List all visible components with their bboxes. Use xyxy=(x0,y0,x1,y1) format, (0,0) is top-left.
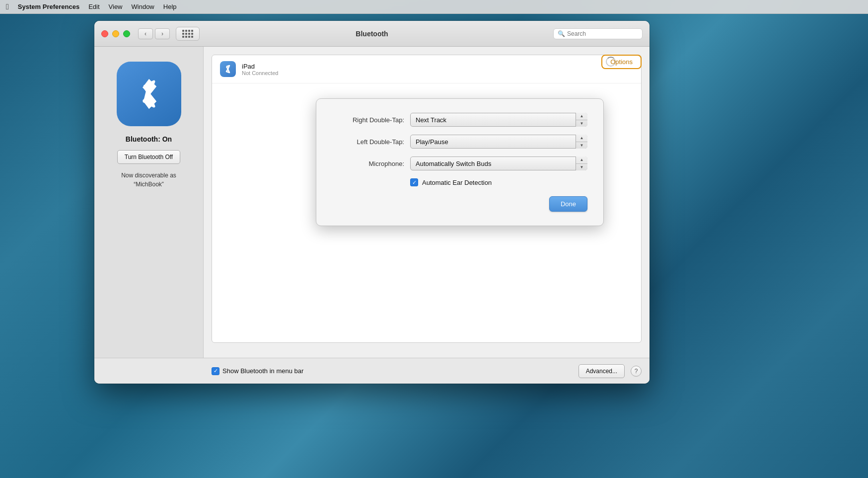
bottom-bar: ✓ Show Bluetooth in menu bar Advanced...… xyxy=(94,358,650,384)
arrow-up-icon[interactable]: ▲ xyxy=(576,113,587,120)
help-button[interactable]: ? xyxy=(631,366,642,377)
device-name: iPad xyxy=(242,63,278,70)
right-double-tap-select-wrapper: Next Track ▲ ▼ xyxy=(410,113,587,127)
grid-icon xyxy=(182,30,193,38)
forward-button[interactable]: › xyxy=(155,28,170,39)
microphone-select-wrapper: Automatically Switch Buds ▲ ▼ xyxy=(410,157,587,170)
device-connection-status: Not Connected xyxy=(242,70,278,76)
show-menubar-label: Show Bluetooth in menu bar xyxy=(222,367,303,375)
microphone-row: Microphone: Automatically Switch Buds ▲ … xyxy=(332,157,587,170)
bluetooth-device-icon xyxy=(223,65,232,74)
right-panel: Options iPad Not Connected xyxy=(204,47,650,358)
microphone-select[interactable]: Automatically Switch Buds xyxy=(410,157,587,170)
right-double-tap-label: Right Double-Tap: xyxy=(332,116,404,124)
menubar-window[interactable]: Window xyxy=(132,3,154,10)
arrow-down-icon[interactable]: ▼ xyxy=(576,164,587,171)
options-button[interactable]: Options xyxy=(601,55,642,69)
window-title: Bluetooth xyxy=(356,30,388,38)
left-panel: Bluetooth: On Turn Bluetooth Off Now dis… xyxy=(94,47,204,358)
device-bluetooth-icon xyxy=(220,61,236,77)
back-button[interactable]: ‹ xyxy=(138,28,153,39)
bluetooth-icon-circle xyxy=(117,62,181,126)
ear-detection-label: Automatic Ear Detection xyxy=(422,179,492,186)
search-icon: 🔍 xyxy=(558,30,565,37)
window-body: Bluetooth: On Turn Bluetooth Off Now dis… xyxy=(94,47,650,358)
turn-bluetooth-off-button[interactable]: Turn Bluetooth Off xyxy=(117,150,180,164)
nav-buttons: ‹ › xyxy=(138,28,170,39)
bluetooth-logo-icon xyxy=(132,77,166,111)
menubar:  System Preferences Edit View Window He… xyxy=(0,0,868,14)
maximize-button[interactable] xyxy=(123,30,130,37)
left-double-tap-row: Left Double-Tap: Play/Pause ▲ ▼ xyxy=(332,135,587,149)
device-info: iPad Not Connected xyxy=(242,63,278,76)
left-double-tap-select[interactable]: Play/Pause xyxy=(410,135,587,149)
titlebar: ‹ › Bluetooth 🔍 xyxy=(94,21,650,47)
done-button[interactable]: Done xyxy=(549,196,587,212)
discoverable-device-name: “MichBook” xyxy=(134,181,164,188)
apple-menu[interactable]:  xyxy=(6,2,9,11)
traffic-lights xyxy=(101,30,130,37)
done-row: Done xyxy=(332,196,587,212)
left-double-tap-arrows[interactable]: ▲ ▼ xyxy=(576,135,587,149)
arrow-down-icon[interactable]: ▼ xyxy=(576,120,587,127)
left-double-tap-label: Left Double-Tap: xyxy=(332,138,404,146)
ear-detection-checkbox[interactable]: ✓ xyxy=(410,178,418,186)
microphone-label: Microphone: xyxy=(332,160,404,167)
arrow-up-icon[interactable]: ▲ xyxy=(576,135,587,142)
menubar-app-name[interactable]: System Preferences xyxy=(18,3,79,10)
discoverable-text: Now discoverable as “MichBook” xyxy=(121,171,176,189)
grid-view-button[interactable] xyxy=(176,27,200,41)
discoverable-line1: Now discoverable as xyxy=(121,172,176,179)
arrow-up-icon[interactable]: ▲ xyxy=(576,157,587,164)
menubar-view[interactable]: View xyxy=(109,3,123,10)
right-double-tap-arrows[interactable]: ▲ ▼ xyxy=(576,113,587,127)
close-button[interactable] xyxy=(101,30,108,37)
right-double-tap-row: Right Double-Tap: Next Track ▲ ▼ xyxy=(332,113,587,127)
search-box[interactable]: 🔍 xyxy=(553,28,643,39)
microphone-arrows[interactable]: ▲ ▼ xyxy=(576,157,587,170)
system-preferences-window: ‹ › Bluetooth 🔍 xyxy=(94,21,650,384)
options-popover: Right Double-Tap: Next Track ▲ ▼ Left Do… xyxy=(316,98,604,226)
minimize-button[interactable] xyxy=(112,30,119,37)
menubar-help[interactable]: Help xyxy=(163,3,177,10)
ear-detection-row: ✓ Automatic Ear Detection xyxy=(410,178,587,186)
search-input[interactable] xyxy=(567,30,638,37)
right-double-tap-select[interactable]: Next Track xyxy=(410,113,587,127)
device-item-ipad: iPad Not Connected xyxy=(212,55,641,83)
advanced-button[interactable]: Advanced... xyxy=(579,364,625,378)
show-menubar-checkbox[interactable]: ✓ xyxy=(212,367,219,375)
arrow-down-icon[interactable]: ▼ xyxy=(576,142,587,149)
left-double-tap-select-wrapper: Play/Pause ▲ ▼ xyxy=(410,135,587,149)
bluetooth-status: Bluetooth: On xyxy=(126,135,172,143)
menubar-edit[interactable]: Edit xyxy=(88,3,99,10)
show-menubar-row: ✓ Show Bluetooth in menu bar xyxy=(212,367,303,375)
